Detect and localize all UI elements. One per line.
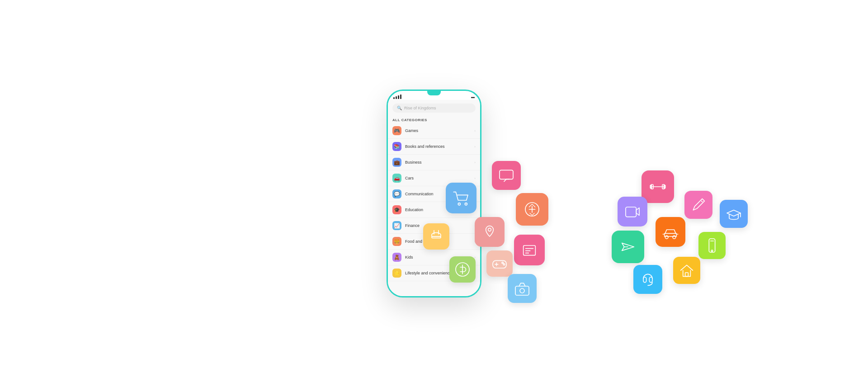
- floating-icon-plane: [612, 231, 644, 263]
- category-icon: 📈: [392, 221, 401, 230]
- floating-icon-cart: [446, 183, 476, 213]
- floating-icon-barbell: [642, 170, 674, 203]
- category-item[interactable]: 💼 Business ›: [388, 155, 480, 170]
- svg-rect-2: [500, 170, 513, 179]
- phone-notch: [427, 91, 441, 95]
- category-icon: 💬: [392, 189, 401, 198]
- category-label: Cars: [405, 176, 474, 180]
- floating-icon-chat: [492, 161, 521, 190]
- svg-point-0: [458, 203, 460, 205]
- floating-icon-car-icon: [656, 217, 685, 247]
- chevron-icon: ›: [474, 145, 476, 149]
- floating-icon-headset: [633, 265, 662, 294]
- svg-point-10: [503, 264, 505, 265]
- category-label: Books and references: [405, 144, 474, 149]
- svg-point-9: [502, 262, 503, 264]
- floating-icon-phone-icon: [698, 232, 726, 259]
- floating-icon-edu: [720, 200, 748, 228]
- categories-header: ALL CATEGORIES: [388, 116, 480, 123]
- floating-icon-map: [475, 217, 505, 247]
- search-bar[interactable]: 🔍 Rise of Kingdoms: [392, 104, 476, 113]
- floating-icon-tools: [516, 193, 548, 226]
- svg-point-21: [711, 250, 712, 251]
- category-icon: 🎮: [392, 126, 401, 135]
- svg-rect-5: [432, 236, 441, 238]
- battery-indicator: ▬: [471, 95, 475, 99]
- svg-point-12: [520, 288, 524, 293]
- floating-icon-camera: [508, 274, 537, 303]
- floating-icon-dollar: [449, 256, 476, 283]
- floating-icon-gamepad: [486, 250, 513, 277]
- category-icon: 💼: [392, 158, 401, 167]
- category-item[interactable]: 📚 Books and references ›: [388, 139, 480, 155]
- search-icon: 🔍: [397, 106, 402, 110]
- search-input[interactable]: Rise of Kingdoms: [404, 106, 436, 110]
- floating-icon-food: [423, 223, 449, 250]
- chevron-icon: ›: [474, 176, 476, 180]
- svg-point-1: [465, 203, 467, 205]
- svg-rect-11: [515, 286, 529, 295]
- signal-indicator: [393, 94, 401, 99]
- svg-rect-17: [626, 207, 636, 217]
- category-label: Games: [405, 128, 474, 133]
- category-item[interactable]: 🎮 Games ›: [388, 123, 480, 139]
- floating-icon-news: [514, 235, 545, 265]
- chevron-icon: ›: [474, 129, 476, 133]
- svg-rect-22: [685, 273, 689, 276]
- category-icon: 🚗: [392, 174, 401, 183]
- chevron-icon: ›: [474, 160, 476, 165]
- category-icon: 🎓: [392, 205, 401, 214]
- category-icon: 🧸: [392, 253, 401, 262]
- category-icon: ⭐: [392, 269, 401, 278]
- floating-icon-house: [673, 257, 700, 284]
- floating-icon-video: [618, 197, 647, 227]
- category-icon: 📚: [392, 142, 401, 151]
- category-icon: 🍔: [392, 237, 401, 246]
- floating-icon-pencil: [684, 191, 712, 219]
- category-label: Business: [405, 160, 474, 165]
- svg-point-4: [488, 228, 491, 231]
